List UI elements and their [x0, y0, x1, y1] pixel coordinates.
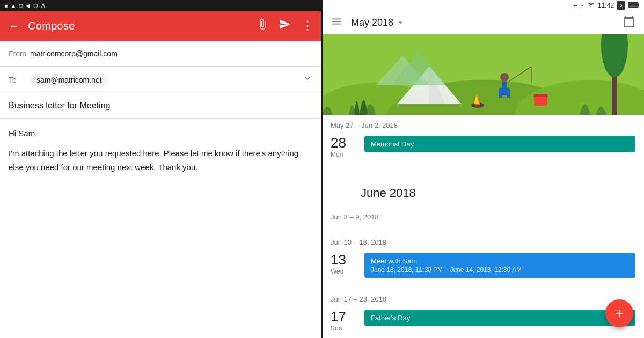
date-day-17: Sun [331, 325, 360, 332]
fathers-day-event[interactable]: Father's Day [364, 310, 635, 326]
bluetooth-icon: ⌁ [580, 2, 584, 9]
event-row-memorial[interactable]: 28 Mon Memorial Day [322, 134, 644, 160]
email-body[interactable]: Hi Sam, I'm attaching the letter you req… [0, 119, 321, 338]
date-num-28: 28 [331, 136, 360, 150]
toolbar-icons: ⋮ [257, 18, 313, 33]
back-button[interactable]: ← [9, 20, 19, 32]
svg-rect-21 [533, 94, 548, 97]
memorial-day-chip[interactable]: Memorial Day [364, 136, 635, 152]
from-value: matricomcorp@gmail.com [30, 49, 313, 58]
status-icon-4: ◀ [26, 3, 30, 9]
wifi-icon [587, 2, 595, 9]
week-range-4: Jun 17 – 23, 2018 [322, 289, 644, 307]
date-col-17: 17 Sun [331, 310, 360, 332]
event-row-fathers[interactable]: 17 Sun Father's Day [322, 307, 644, 334]
svg-rect-15 [502, 82, 507, 95]
status-icon-3: □ [19, 3, 23, 9]
send-icon[interactable] [279, 18, 291, 33]
calendar-icon[interactable] [623, 15, 635, 30]
week-range-3: Jun 10 – 16, 2018 [322, 232, 644, 251]
date-day-28: Mon [331, 151, 360, 158]
calendar-scroll[interactable]: May 27 – Jun 2, 2018 28 Mon Memorial Day… [322, 115, 644, 338]
compose-toolbar: ← Compose ⋮ [0, 11, 321, 41]
subject-text: Business letter for Meeting [9, 101, 110, 110]
panel-divider [321, 0, 323, 338]
sim-icon: ▪▪ [573, 2, 577, 9]
body-content: I'm attaching the letter you requested h… [9, 146, 313, 174]
status-bar-right: ▪▪ ⌁ 11:42 6 [322, 0, 644, 11]
date-day-13: Wed [331, 268, 360, 275]
svg-rect-16 [499, 88, 502, 98]
add-event-fab[interactable]: + [605, 299, 633, 327]
week-range-2: Jun 3 – 9, 2018 [322, 207, 644, 225]
body-greeting: Hi Sam, [9, 127, 313, 140]
status-icon-2: ▲ [11, 3, 16, 9]
date-num-13: 13 [331, 253, 360, 267]
meet-with-sam-subtitle: June 13, 2018, 11:30 PM – June 14, 2018,… [371, 266, 629, 274]
menu-icon[interactable] [331, 16, 342, 30]
time-display: 11:42 [598, 2, 614, 9]
week-range-1: May 27 – Jun 2, 2018 [322, 115, 644, 134]
from-field: From matricomcorp@gmail.com [0, 41, 321, 67]
subject-field[interactable]: Business letter for Meeting [0, 93, 321, 119]
svg-rect-2 [628, 3, 638, 6]
svg-rect-1 [638, 4, 639, 6]
svg-point-14 [500, 73, 509, 82]
event-row-sam[interactable]: 13 Wed Meet with Sam June 13, 2018, 11:3… [322, 251, 644, 280]
status-bar-left: ■ ▲ □ ◀ ⬡ A [0, 0, 321, 11]
date-col-13: 13 Wed [331, 253, 360, 275]
meet-with-sam-event[interactable]: Meet with Sam June 13, 2018, 11:30 PM – … [364, 253, 635, 278]
to-chip[interactable]: sam@matricom.net [30, 74, 108, 86]
calendar-month-title[interactable]: May 2018 [351, 17, 405, 28]
from-label: From [9, 49, 30, 58]
svg-rect-20 [534, 96, 547, 106]
to-label: To [9, 76, 30, 84]
meet-with-sam-chip[interactable]: Meet with Sam June 13, 2018, 11:30 PM – … [364, 253, 635, 278]
status-icon-1: ■ [4, 3, 8, 9]
status-icon-5: ⬡ [33, 3, 38, 9]
memorial-day-event[interactable]: Memorial Day [364, 136, 635, 152]
battery-icon [628, 2, 640, 9]
status-icon-6: A [41, 3, 45, 9]
more-options-icon[interactable]: ⋮ [302, 19, 313, 33]
june-month-header: June 2018 [322, 175, 644, 207]
date-num-17: 17 [331, 310, 360, 324]
meet-with-sam-title: Meet with Sam [371, 257, 629, 265]
calendar-panel: ▪▪ ⌁ 11:42 6 May 2018 [322, 0, 644, 338]
illustration-banner [322, 34, 644, 115]
calendar-header: May 2018 [322, 11, 644, 34]
fathers-day-chip[interactable]: Father's Day [364, 310, 635, 326]
compose-panel: ■ ▲ □ ◀ ⬡ A ← Compose ⋮ From matricomcor… [0, 0, 322, 338]
calendar-status-icon: 6 [617, 1, 625, 10]
date-col-28: 28 Mon [331, 136, 360, 158]
compose-title: Compose [28, 20, 248, 32]
svg-rect-17 [507, 88, 510, 98]
attach-icon[interactable] [257, 18, 268, 33]
expand-icon[interactable] [302, 73, 313, 86]
to-field[interactable]: To sam@matricom.net [0, 67, 321, 93]
